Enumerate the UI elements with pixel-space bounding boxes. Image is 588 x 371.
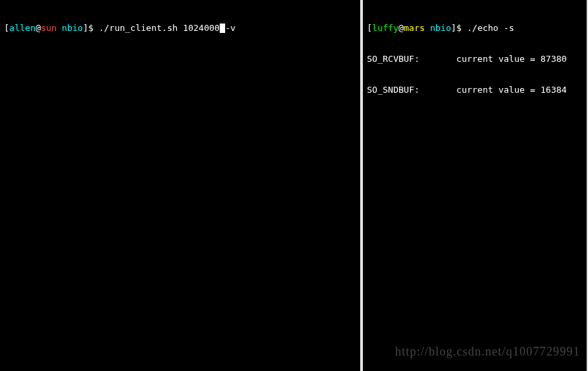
working-dir: nbio <box>56 23 83 33</box>
output-line: SO_RCVBUF: current value = 87380 <box>367 54 583 65</box>
prompt-line-left: [allen@sun nbio]$ ./run_client.sh 102400… <box>4 23 356 34</box>
bracket-open: [ <box>367 23 372 33</box>
bracket-close: ] <box>451 23 456 33</box>
command-text: ./echo -s <box>467 23 514 33</box>
dollar-sign: $ <box>88 23 99 33</box>
host-name: mars <box>404 23 425 33</box>
prompt-line-right: [luffy@mars nbio]$ ./echo -s <box>367 23 583 34</box>
working-dir: nbio <box>425 23 451 33</box>
at-symbol: @ <box>398 23 404 33</box>
host-name: sun <box>41 23 56 33</box>
terminal-pane-right[interactable]: [luffy@mars nbio]$ ./echo -s SO_RCVBUF: … <box>363 0 588 371</box>
terminal-pane-left[interactable]: [allen@sun nbio]$ ./run_client.sh 102400… <box>0 0 363 371</box>
cursor-block <box>220 24 225 33</box>
command-text-after: -v <box>225 23 236 33</box>
bracket-open: [ <box>4 23 9 33</box>
command-text-before: ./run_client.sh 1024000 <box>99 23 220 33</box>
user-name: allen <box>9 23 36 33</box>
terminal-split-container: [allen@sun nbio]$ ./run_client.sh 102400… <box>0 0 588 371</box>
dollar-sign: $ <box>456 23 467 33</box>
at-symbol: @ <box>36 23 41 33</box>
user-name: luffy <box>372 23 398 33</box>
output-line: SO_SNDBUF: current value = 16384 <box>367 85 583 95</box>
